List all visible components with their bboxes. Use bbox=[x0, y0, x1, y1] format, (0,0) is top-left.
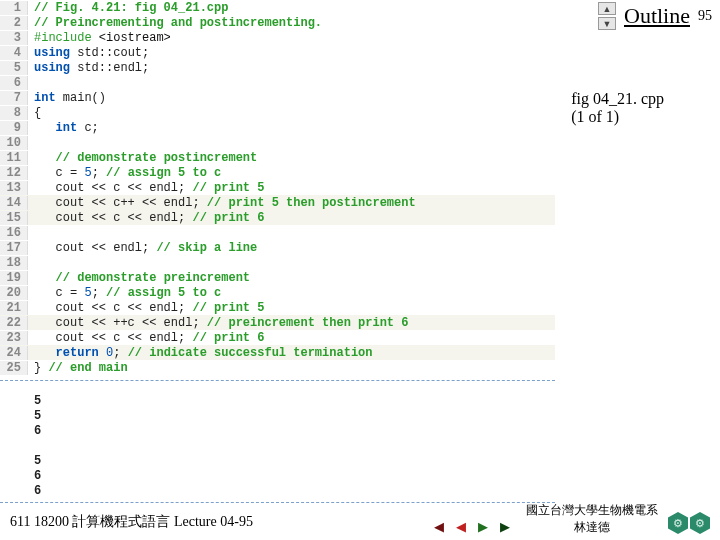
code-line: 1// Fig. 4.21: fig 04_21.cpp bbox=[0, 0, 555, 15]
output-line: 6 bbox=[0, 484, 555, 499]
footer-right: 國立台灣大學生物機電系 林達德 bbox=[526, 502, 658, 536]
code-line: 3#include <iostream> bbox=[0, 30, 555, 45]
line-number: 9 bbox=[0, 121, 28, 135]
line-number: 16 bbox=[0, 226, 28, 240]
first-slide-icon[interactable]: ◀ bbox=[430, 518, 448, 534]
line-number: 15 bbox=[0, 211, 28, 225]
code-text: #include <iostream> bbox=[28, 31, 171, 45]
slide-nav: ◀ ◀ ▶ ▶ bbox=[430, 518, 514, 534]
separator bbox=[0, 380, 555, 381]
code-text: cout << c << endl; // print 5 bbox=[28, 301, 264, 315]
prev-slide-icon[interactable]: ◀ bbox=[452, 518, 470, 534]
output-line bbox=[0, 439, 555, 454]
code-line: 10 bbox=[0, 135, 555, 150]
code-line: 23 cout << c << endl; // print 6 bbox=[0, 330, 555, 345]
line-number: 7 bbox=[0, 91, 28, 105]
code-line: 14 cout << c++ << endl; // print 5 then … bbox=[0, 195, 555, 210]
file-name: fig 04_21. cpp bbox=[571, 90, 664, 108]
line-number: 11 bbox=[0, 151, 28, 165]
line-number: 18 bbox=[0, 256, 28, 270]
code-line: 15 cout << c << endl; // print 6 bbox=[0, 210, 555, 225]
code-text: int main() bbox=[28, 91, 106, 105]
program-output: 556566 bbox=[0, 394, 555, 499]
code-text: // demonstrate postincrement bbox=[28, 151, 257, 165]
code-text: return 0; // indicate successful termina… bbox=[28, 346, 372, 360]
outline-title: Outline bbox=[624, 3, 690, 29]
line-number: 4 bbox=[0, 46, 28, 60]
code-line: 12 c = 5; // assign 5 to c bbox=[0, 165, 555, 180]
line-number: 6 bbox=[0, 76, 28, 90]
code-line: 25} // end main bbox=[0, 360, 555, 375]
code-line: 24 return 0; // indicate successful term… bbox=[0, 345, 555, 360]
next-slide-icon[interactable]: ▶ bbox=[474, 518, 492, 534]
last-slide-icon[interactable]: ▶ bbox=[496, 518, 514, 534]
code-line: 2// Preincrementing and postincrementing… bbox=[0, 15, 555, 30]
code-text: using std::cout; bbox=[28, 46, 149, 60]
line-number: 17 bbox=[0, 241, 28, 255]
code-line: 9 int c; bbox=[0, 120, 555, 135]
code-line: 5using std::endl; bbox=[0, 60, 555, 75]
code-text: c = 5; // assign 5 to c bbox=[28, 286, 221, 300]
code-line: 7int main() bbox=[0, 90, 555, 105]
arrow-up-icon[interactable]: ▲ bbox=[598, 2, 616, 15]
code-text: cout << c++ << endl; // print 5 then pos… bbox=[28, 196, 416, 210]
line-number: 25 bbox=[0, 361, 28, 375]
footer-org: 國立台灣大學生物機電系 bbox=[526, 502, 658, 519]
code-text: { bbox=[28, 106, 41, 120]
code-text: cout << c << endl; // print 6 bbox=[28, 211, 264, 225]
line-number: 5 bbox=[0, 61, 28, 75]
line-number: 2 bbox=[0, 16, 28, 30]
line-number: 19 bbox=[0, 271, 28, 285]
code-text: cout << c << endl; // print 6 bbox=[28, 331, 264, 345]
output-line: 5 bbox=[0, 394, 555, 409]
code-text: } // end main bbox=[28, 361, 128, 375]
arrow-down-icon[interactable]: ▼ bbox=[598, 17, 616, 30]
code-line: 21 cout << c << endl; // print 5 bbox=[0, 300, 555, 315]
code-text: cout << c << endl; // print 5 bbox=[28, 181, 264, 195]
code-line: 11 // demonstrate postincrement bbox=[0, 150, 555, 165]
code-line: 13 cout << c << endl; // print 5 bbox=[0, 180, 555, 195]
footer-left: 611 18200 計算機程式語言 Lecture 04-95 bbox=[0, 513, 253, 531]
code-listing: 1// Fig. 4.21: fig 04_21.cpp2// Preincre… bbox=[0, 0, 555, 375]
hex-icon: ⚙ bbox=[690, 512, 710, 534]
code-line: 17 cout << endl; // skip a line bbox=[0, 240, 555, 255]
footer: 611 18200 計算機程式語言 Lecture 04-95 ◀ ◀ ▶ ▶ … bbox=[0, 504, 720, 540]
top-right-panel: ▲ ▼ Outline 95 bbox=[598, 2, 712, 30]
code-line: 8{ bbox=[0, 105, 555, 120]
line-number: 8 bbox=[0, 106, 28, 120]
code-text: // Preincrementing and postincrementing. bbox=[28, 16, 322, 30]
footer-author: 林達德 bbox=[526, 519, 658, 536]
code-text: // demonstrate preincrement bbox=[28, 271, 250, 285]
separator bbox=[0, 502, 555, 503]
line-number: 14 bbox=[0, 196, 28, 210]
code-line: 18 bbox=[0, 255, 555, 270]
file-part: (1 of 1) bbox=[571, 108, 664, 126]
output-line: 5 bbox=[0, 409, 555, 424]
hex-icon: ⚙ bbox=[668, 512, 688, 534]
code-line: 22 cout << ++c << endl; // preincrement … bbox=[0, 315, 555, 330]
code-text: // Fig. 4.21: fig 04_21.cpp bbox=[28, 1, 228, 15]
line-number: 10 bbox=[0, 136, 28, 150]
logo: ⚙ ⚙ bbox=[668, 512, 710, 534]
code-text: int c; bbox=[28, 121, 99, 135]
line-number: 3 bbox=[0, 31, 28, 45]
code-line: 4using std::cout; bbox=[0, 45, 555, 60]
line-number: 23 bbox=[0, 331, 28, 345]
file-label: fig 04_21. cpp (1 of 1) bbox=[571, 90, 664, 126]
code-text: using std::endl; bbox=[28, 61, 149, 75]
slide-number: 95 bbox=[698, 8, 712, 24]
line-number: 24 bbox=[0, 346, 28, 360]
code-line: 20 c = 5; // assign 5 to c bbox=[0, 285, 555, 300]
nav-arrows: ▲ ▼ bbox=[598, 2, 616, 30]
code-line: 19 // demonstrate preincrement bbox=[0, 270, 555, 285]
output-line: 5 bbox=[0, 454, 555, 469]
code-text: c = 5; // assign 5 to c bbox=[28, 166, 221, 180]
code-line: 16 bbox=[0, 225, 555, 240]
line-number: 21 bbox=[0, 301, 28, 315]
output-line: 6 bbox=[0, 424, 555, 439]
line-number: 13 bbox=[0, 181, 28, 195]
code-text: cout << ++c << endl; // preincrement the… bbox=[28, 316, 408, 330]
output-line: 6 bbox=[0, 469, 555, 484]
code-line: 6 bbox=[0, 75, 555, 90]
line-number: 20 bbox=[0, 286, 28, 300]
